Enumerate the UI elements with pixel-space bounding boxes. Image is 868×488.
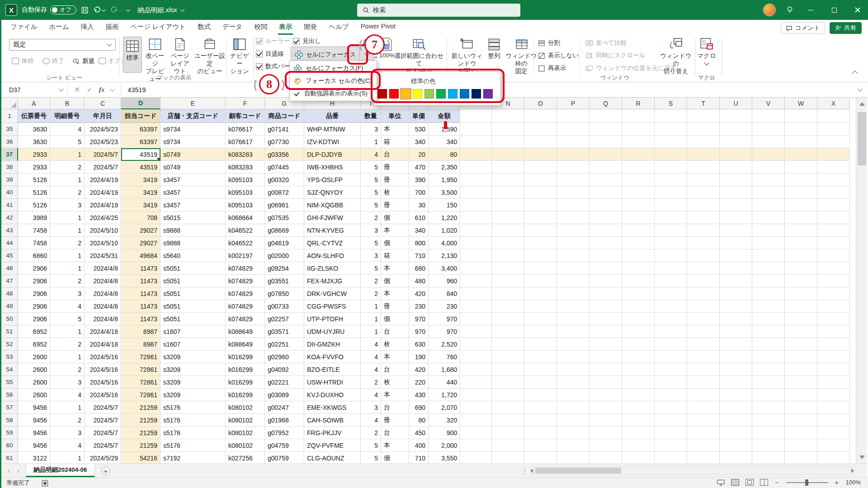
select-all-corner[interactable]	[1, 98, 18, 109]
header-cell[interactable]	[655, 109, 687, 123]
cell[interactable]	[720, 275, 752, 287]
maximize-button[interactable]	[827, 3, 841, 17]
header-cell[interactable]	[524, 109, 557, 123]
header-cell[interactable]	[492, 109, 524, 123]
cell[interactable]: 4	[50, 439, 85, 452]
cell[interactable]: s5640	[160, 249, 226, 262]
cell[interactable]: 3630	[18, 136, 50, 148]
cell[interactable]	[687, 363, 720, 376]
cell[interactable]: 20	[409, 148, 429, 161]
cell[interactable]	[524, 211, 557, 224]
column-header[interactable]: B	[50, 98, 85, 109]
cell[interactable]	[785, 186, 817, 199]
cell[interactable]: 1	[50, 452, 85, 464]
cell[interactable]	[524, 262, 557, 275]
cell[interactable]	[785, 414, 817, 427]
cell[interactable]: 2024/4/18	[85, 338, 121, 351]
cell[interactable]	[492, 136, 524, 148]
cell[interactable]	[817, 452, 850, 464]
cell[interactable]: g07730	[265, 136, 304, 148]
cell[interactable]: 2	[361, 211, 381, 224]
workbook-title[interactable]: 納品明細.xlsx	[138, 6, 177, 14]
row-header[interactable]: 55	[1, 376, 18, 389]
cell[interactable]	[460, 237, 492, 249]
cell[interactable]	[622, 452, 655, 464]
column-header[interactable]: P	[557, 98, 590, 109]
header-cell[interactable]: 明細番号	[50, 109, 85, 123]
cell[interactable]: 29027	[121, 237, 160, 249]
cell[interactable]	[752, 338, 785, 351]
header-cell[interactable]	[590, 109, 622, 123]
zoom-out-button[interactable]: −	[774, 479, 780, 486]
cell[interactable]	[817, 249, 850, 262]
row-header[interactable]: 40	[1, 186, 18, 199]
scroll-up-arrow[interactable]	[859, 102, 865, 106]
column-header[interactable]: C	[85, 98, 121, 109]
cell[interactable]	[687, 249, 720, 262]
vertical-scroll-thumb[interactable]	[858, 112, 866, 165]
cell[interactable]: 3	[361, 249, 381, 262]
cell[interactable]: s1607	[160, 338, 226, 351]
menu-item-focus-cell-color[interactable]: フォーカス セルの色(C)	[290, 75, 377, 87]
cell[interactable]	[590, 401, 622, 414]
cell[interactable]	[655, 249, 687, 262]
cell[interactable]: 5	[361, 186, 381, 199]
cell[interactable]: s9888	[160, 224, 226, 237]
cell[interactable]: 2024/5/7	[85, 148, 121, 161]
cell[interactable]: 2906	[18, 287, 50, 300]
cell[interactable]	[817, 224, 850, 237]
cell[interactable]: 4	[361, 338, 381, 351]
cell[interactable]: k027256	[226, 452, 265, 464]
cell[interactable]	[492, 414, 524, 427]
cell[interactable]: 5	[361, 262, 381, 275]
cell[interactable]: 個	[381, 211, 409, 224]
cell[interactable]: 2	[50, 161, 85, 174]
cell[interactable]: k080102	[226, 401, 265, 414]
header-cell[interactable]	[460, 109, 492, 123]
cell[interactable]: 21259	[121, 401, 160, 414]
cell[interactable]	[590, 249, 622, 262]
cell[interactable]	[590, 237, 622, 249]
cell[interactable]: 8987	[121, 338, 160, 351]
cell[interactable]	[687, 275, 720, 287]
cell[interactable]: 1	[50, 174, 85, 186]
cell[interactable]	[720, 161, 752, 174]
cell[interactable]: 1,720	[429, 389, 460, 401]
cell[interactable]: 2024/5/7	[85, 401, 121, 414]
cell[interactable]: 11473	[121, 313, 160, 325]
cell[interactable]: g08669	[265, 224, 304, 237]
cell[interactable]: 2906	[18, 313, 50, 325]
cell[interactable]	[460, 414, 492, 427]
cell[interactable]	[817, 199, 850, 211]
header-cell[interactable]: 年月日	[85, 109, 121, 123]
cell[interactable]	[720, 123, 752, 136]
cell[interactable]	[655, 275, 687, 287]
cell[interactable]	[687, 224, 720, 237]
cell[interactable]: 420	[409, 287, 429, 300]
cell[interactable]: 台	[381, 148, 409, 161]
cell[interactable]: 箱	[381, 136, 409, 148]
cell[interactable]	[817, 262, 850, 275]
cell[interactable]	[720, 351, 752, 363]
cell[interactable]	[492, 237, 524, 249]
row-header[interactable]: 52	[1, 338, 18, 351]
color-swatch[interactable]	[413, 89, 422, 99]
cell[interactable]: g02221	[265, 376, 304, 389]
ribbon-tab[interactable]: 挿入	[75, 19, 100, 35]
cell[interactable]	[524, 249, 557, 262]
cell[interactable]	[752, 148, 785, 161]
cell[interactable]: s5051	[160, 300, 226, 313]
ribbon-tab[interactable]: データ	[217, 19, 248, 35]
cell[interactable]	[590, 136, 622, 148]
cell[interactable]	[655, 262, 687, 275]
cell[interactable]: k074829	[226, 275, 265, 287]
cell[interactable]	[785, 452, 817, 464]
cell[interactable]	[492, 313, 524, 325]
ribbon-tab[interactable]: 表示	[273, 19, 298, 35]
cell[interactable]: 420	[409, 363, 429, 376]
cell[interactable]: 5	[361, 174, 381, 186]
cell[interactable]: 台	[381, 427, 409, 439]
cell[interactable]	[817, 275, 850, 287]
cell[interactable]	[687, 123, 720, 136]
cell[interactable]	[817, 338, 850, 351]
